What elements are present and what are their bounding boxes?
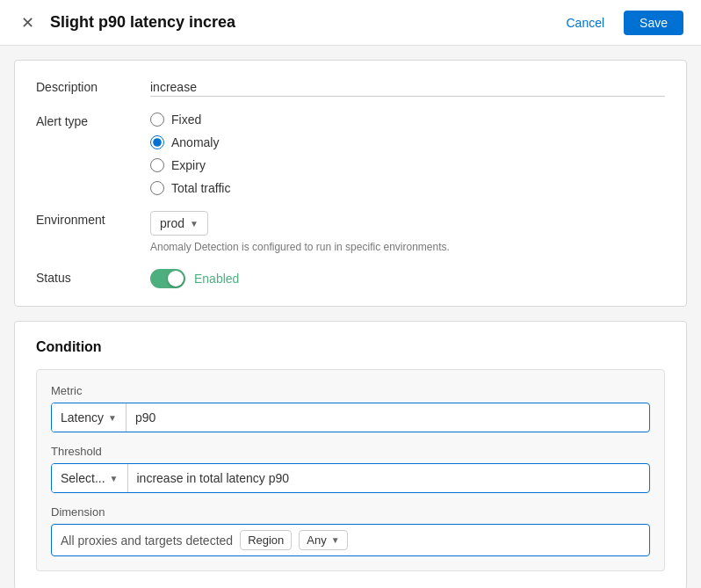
dimension-any-dropdown[interactable]: Any ▼ xyxy=(299,530,347,550)
chevron-down-icon: ▼ xyxy=(110,474,119,483)
dimension-prefix: All proxies and targets detected xyxy=(61,534,233,548)
metric-dropdown-value: Latency xyxy=(61,410,104,425)
dimension-input-row: All proxies and targets detected Region … xyxy=(51,524,650,556)
threshold-input-row: Select... ▼ xyxy=(51,463,650,493)
modal-header: ✕ Slight p90 latency increa Cancel Save xyxy=(0,0,701,46)
threshold-dropdown-value: Select... xyxy=(61,471,105,485)
radio-input-expiry[interactable] xyxy=(150,158,164,172)
threshold-text-input[interactable] xyxy=(128,464,650,492)
dimension-inner: All proxies and targets detected Region … xyxy=(52,525,649,555)
description-row: Description xyxy=(36,78,665,97)
radio-fixed[interactable]: Fixed xyxy=(150,113,665,127)
chevron-down-icon: ▼ xyxy=(190,219,199,229)
condition-card: Condition Metric Latency ▼ Threshold Sel… xyxy=(14,321,687,588)
metric-input-row: Latency ▼ xyxy=(51,403,650,432)
header-actions: Cancel Save xyxy=(555,11,683,35)
radio-label-fixed: Fixed xyxy=(171,113,201,127)
alert-type-row: Alert type Fixed Anomaly Expiry Total tr… xyxy=(36,113,665,195)
environment-label: Environment xyxy=(36,211,150,227)
status-content: Enabled xyxy=(150,269,665,288)
radio-label-total-traffic: Total traffic xyxy=(171,181,230,195)
main-form-card: Description Alert type Fixed Anomaly Exp… xyxy=(14,60,687,307)
radio-anomaly[interactable]: Anomaly xyxy=(150,135,665,149)
dimension-region-tag: Region xyxy=(240,530,292,550)
radio-input-anomaly[interactable] xyxy=(150,135,164,149)
environment-dropdown[interactable]: prod ▼ xyxy=(150,211,208,236)
page-title: Slight p90 latency increa xyxy=(50,13,235,32)
description-label: Description xyxy=(36,78,150,94)
header-left: ✕ Slight p90 latency increa xyxy=(18,11,235,34)
description-input[interactable] xyxy=(150,78,665,97)
alert-type-label: Alert type xyxy=(36,113,150,128)
cancel-button[interactable]: Cancel xyxy=(555,11,615,35)
toggle-thumb xyxy=(168,271,184,287)
metric-label: Metric xyxy=(51,384,650,397)
toggle-row: Enabled xyxy=(150,269,665,288)
radio-expiry[interactable]: Expiry xyxy=(150,158,665,172)
save-button[interactable]: Save xyxy=(624,11,683,35)
metric-dropdown[interactable]: Latency ▼ xyxy=(52,403,126,432)
environment-value: prod xyxy=(160,216,184,230)
dimension-label: Dimension xyxy=(51,505,650,519)
radio-label-expiry: Expiry xyxy=(171,158,206,172)
condition-title: Condition xyxy=(36,339,665,355)
radio-group: Fixed Anomaly Expiry Total traffic xyxy=(150,113,665,195)
threshold-dropdown[interactable]: Select... ▼ xyxy=(52,464,128,492)
radio-label-anomaly: Anomaly xyxy=(171,135,219,149)
close-button[interactable]: ✕ xyxy=(18,11,38,34)
status-row: Status Enabled xyxy=(36,269,665,288)
radio-input-total-traffic[interactable] xyxy=(150,181,164,195)
environment-row: Environment prod ▼ Anomaly Detection is … xyxy=(36,211,665,253)
environment-note: Anomaly Detection is configured to run i… xyxy=(150,241,665,253)
radio-total-traffic[interactable]: Total traffic xyxy=(150,181,665,195)
status-label: Status xyxy=(36,269,150,285)
threshold-label: Threshold xyxy=(51,445,650,458)
chevron-down-icon: ▼ xyxy=(108,413,117,423)
toggle-track xyxy=(150,269,185,288)
chevron-down-icon: ▼ xyxy=(331,535,340,545)
metric-text-input[interactable] xyxy=(126,403,649,432)
environment-content: prod ▼ Anomaly Detection is configured t… xyxy=(150,211,665,253)
radio-input-fixed[interactable] xyxy=(150,113,164,127)
condition-inner: Metric Latency ▼ Threshold Select... ▼ D… xyxy=(36,369,665,571)
alert-type-content: Fixed Anomaly Expiry Total traffic xyxy=(150,113,665,195)
status-toggle[interactable] xyxy=(150,269,185,288)
description-content xyxy=(150,78,665,97)
dimension-any-value: Any xyxy=(307,534,326,547)
status-enabled-label: Enabled xyxy=(194,272,239,286)
